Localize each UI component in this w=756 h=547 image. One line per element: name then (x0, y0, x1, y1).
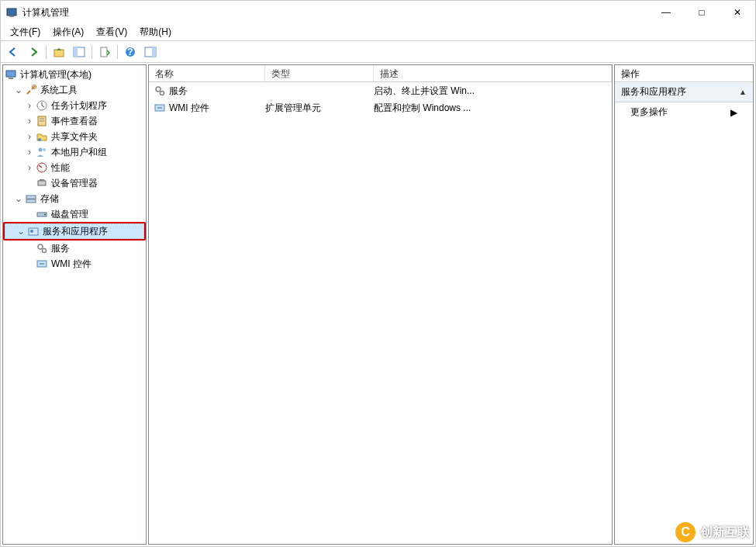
menu-bar: 文件(F) 操作(A) 查看(V) 帮助(H) (1, 24, 755, 41)
storage-icon (25, 192, 37, 205)
highlight-annotation: ⌄ 服务和应用程序 (3, 222, 146, 241)
toolbar-separator (91, 45, 92, 59)
svg-rect-10 (6, 71, 16, 77)
device-icon (36, 177, 48, 189)
tools-icon (25, 84, 37, 96)
svg-rect-23 (26, 196, 36, 199)
tree-event-viewer[interactable]: ›事件查看器 (3, 113, 146, 129)
nav-back-button[interactable] (4, 43, 22, 61)
window-title: 计算机管理 (22, 6, 648, 19)
toolbar-separator (46, 45, 47, 59)
tree-wmi-control[interactable]: ›WMI 控件 (3, 256, 146, 272)
collapse-icon[interactable]: ▲ (739, 88, 747, 96)
computer-icon (5, 68, 17, 81)
actions-pane: 操作 服务和应用程序 ▲ 更多操作 ▶ (614, 64, 754, 545)
app-icon (5, 6, 18, 19)
gears-icon (36, 242, 48, 254)
maximize-button[interactable]: □ (684, 1, 720, 24)
tree-performance[interactable]: ›性能 (3, 160, 146, 175)
tree-label: 服务和应用程序 (43, 225, 108, 238)
svg-rect-0 (7, 9, 16, 16)
tree-label: 系统工具 (40, 84, 78, 97)
tree-services-and-applications[interactable]: ⌄ 服务和应用程序 (5, 223, 144, 239)
chevron-right-icon: ▶ (730, 107, 737, 118)
svg-point-32 (156, 87, 161, 92)
shared-folder-icon (36, 130, 48, 143)
show-hide-action-pane-button[interactable] (141, 43, 160, 61)
toolbar: ? (1, 41, 755, 63)
tree-task-scheduler[interactable]: ›任务计划程序 (3, 98, 146, 113)
tree-local-users[interactable]: ›本地用户和组 (3, 144, 146, 160)
tree-storage[interactable]: ⌄ 存储 (3, 191, 146, 206)
cell-name: 服务 (169, 85, 188, 98)
tree-label: 存储 (40, 192, 59, 206)
tree-services[interactable]: ›服务 (3, 241, 146, 256)
menu-file[interactable]: 文件(F) (4, 24, 47, 40)
caret-right-icon[interactable]: › (25, 116, 34, 126)
svg-point-28 (30, 230, 33, 233)
list-body[interactable]: 服务 启动、终止并设置 Win... WMI 控件 扩展管理单元 配置和控制 W… (149, 82, 612, 544)
caret-right-icon[interactable]: › (25, 101, 34, 110)
caret-down-icon[interactable]: ⌄ (14, 85, 23, 95)
gears-icon (154, 85, 166, 97)
list-item[interactable]: 服务 启动、终止并设置 Win... (149, 82, 612, 99)
wmi-icon (154, 102, 166, 114)
svg-point-17 (38, 138, 41, 141)
svg-rect-11 (9, 78, 13, 79)
list-pane: 名称 类型 描述 服务 启动、终止并设置 Win... WMI 控件 扩展管理单… (148, 64, 613, 545)
column-description[interactable]: 描述 (374, 65, 612, 81)
cell-description: 启动、终止并设置 Win... (374, 85, 612, 98)
svg-point-29 (38, 244, 43, 249)
menu-action[interactable]: 操作(A) (47, 24, 90, 40)
export-list-button[interactable] (95, 43, 114, 61)
tree-disk-management[interactable]: ›磁盘管理 (3, 206, 146, 222)
svg-rect-27 (29, 228, 38, 235)
svg-point-18 (39, 148, 43, 152)
svg-point-26 (44, 214, 46, 216)
tree-label: 服务 (51, 242, 70, 255)
main-area: 计算机管理(本地) ⌄ 系统工具 ›任务计划程序 ›事件查看器 ›共享文 (1, 63, 755, 546)
svg-point-30 (43, 249, 47, 253)
wmi-icon (36, 258, 48, 270)
tree-pane[interactable]: 计算机管理(本地) ⌄ 系统工具 ›任务计划程序 ›事件查看器 ›共享文 (2, 64, 147, 545)
svg-rect-21 (38, 181, 46, 185)
window-buttons: — □ ✕ (648, 1, 755, 24)
caret-down-icon[interactable]: ⌄ (16, 227, 26, 236)
show-hide-tree-button[interactable] (70, 43, 88, 61)
tree-shared-folders[interactable]: ›共享文件夹 (3, 129, 146, 144)
tree-label: 性能 (51, 161, 70, 175)
actions-more-label: 更多操作 (630, 106, 668, 119)
svg-rect-2 (54, 50, 64, 57)
column-name[interactable]: 名称 (149, 65, 265, 81)
actions-context[interactable]: 服务和应用程序 ▲ (615, 82, 753, 102)
cell-name: WMI 控件 (169, 102, 209, 115)
svg-rect-22 (40, 179, 44, 181)
up-button[interactable] (50, 43, 68, 61)
caret-right-icon[interactable]: › (25, 147, 34, 157)
svg-rect-5 (101, 47, 107, 57)
list-header: 名称 类型 描述 (149, 65, 612, 82)
nav-forward-button[interactable] (24, 43, 43, 61)
tree-root[interactable]: 计算机管理(本地) (3, 67, 146, 82)
caret-right-icon[interactable]: › (25, 163, 34, 172)
caret-down-icon[interactable]: ⌄ (14, 194, 23, 203)
tree-system-tools[interactable]: ⌄ 系统工具 (3, 82, 146, 98)
tree-label: 共享文件夹 (51, 130, 98, 144)
minimize-button[interactable]: — (648, 1, 684, 24)
tree-label: 计算机管理(本地) (20, 68, 91, 81)
column-type[interactable]: 类型 (265, 65, 374, 81)
actions-more[interactable]: 更多操作 ▶ (615, 102, 753, 122)
tree-device-manager[interactable]: ›设备管理器 (3, 175, 146, 191)
svg-point-19 (43, 148, 46, 151)
close-button[interactable]: ✕ (720, 1, 755, 24)
list-item[interactable]: WMI 控件 扩展管理单元 配置和控制 Windows ... (149, 99, 612, 116)
menu-help[interactable]: 帮助(H) (133, 24, 178, 40)
actions-header: 操作 (615, 65, 753, 82)
menu-view[interactable]: 查看(V) (90, 24, 133, 40)
tree-label: 事件查看器 (51, 115, 98, 128)
help-button[interactable]: ? (121, 43, 140, 61)
caret-right-icon[interactable]: › (25, 132, 34, 141)
svg-text:?: ? (127, 47, 133, 57)
tree-label: 任务计划程序 (51, 99, 107, 113)
cell-type: 扩展管理单元 (265, 102, 374, 115)
